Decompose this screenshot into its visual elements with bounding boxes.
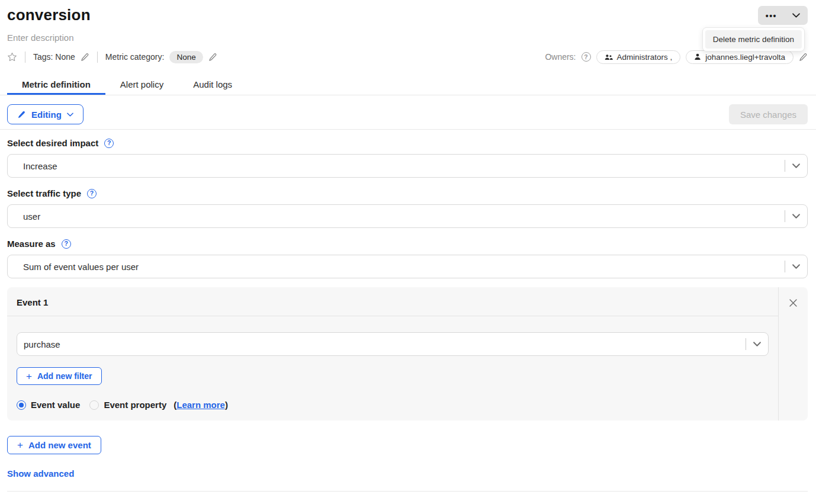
meta-row: Tags: None Metric category: None Owners:… [0,50,816,63]
add-event-label: Add new event [28,440,91,450]
group-icon [605,54,613,60]
learn-more-link[interactable]: Learn more [176,400,225,410]
divider [7,491,808,492]
select-value: Increase [8,161,785,171]
tags-label: Tags: None [33,52,75,62]
chevron-down-icon[interactable] [746,342,768,346]
divider [0,129,816,130]
divider [25,52,25,63]
tab-audit-logs[interactable]: Audit logs [178,76,247,95]
event-property-radio[interactable] [89,400,99,410]
help-icon[interactable]: ? [104,139,114,148]
ellipsis-icon[interactable]: ••• [758,6,785,25]
event-value-radio[interactable] [17,400,26,410]
tab-metric-definition[interactable]: Metric definition [7,76,105,95]
select-value: Sum of event values per user [8,262,785,272]
metric-category-label: Metric category: [105,52,165,62]
more-actions-split-button[interactable]: ••• [758,6,808,25]
tab-bar: Metric definition Alert policy Audit log… [0,76,816,95]
menu-item-delete-metric[interactable]: Delete metric definition [705,30,802,49]
event-property-radio-label[interactable]: Event property [104,400,166,410]
chevron-down-icon [67,113,73,117]
metric-definition-form: Select desired impact ? Increase Select … [0,138,816,492]
field-label-traffic-type: Select traffic type ? [7,188,808,198]
owner-chip-label: Administrators , [617,53,673,62]
help-icon[interactable]: ? [87,189,97,198]
page-title: conversion [7,6,91,24]
plus-icon: + [26,371,32,381]
desired-impact-select[interactable]: Increase [7,154,808,178]
chevron-down-icon[interactable] [785,214,807,219]
event-card-title: Event 1 [7,287,778,316]
context-menu: Delete metric definition [702,27,805,52]
field-label-text: Select traffic type [7,188,81,198]
plus-icon: + [17,440,23,450]
owner-chip-administrators[interactable]: Administrators , [596,50,681,64]
add-new-filter-button[interactable]: + Add new filter [17,367,102,385]
event-card: Event 1 purchase + Add new filter Event … [7,287,808,420]
close-icon[interactable] [787,296,800,309]
traffic-type-select[interactable]: user [7,204,808,228]
person-icon [694,53,701,60]
field-label-text: Select desired impact [7,138,98,148]
chevron-down-icon[interactable] [785,264,807,269]
measure-mode-radio-group: Event value Event property (Learn more) [17,400,769,410]
event-name-select[interactable]: purchase [17,332,769,356]
show-advanced-link[interactable]: Show advanced [7,468,74,479]
field-label-text: Measure as [7,239,56,249]
add-new-event-button[interactable]: + Add new event [7,436,101,454]
edit-toolbar: Editing Save changes [0,104,816,124]
edit-category-pencil-icon[interactable] [208,53,217,62]
editing-mode-button[interactable]: Editing [7,104,83,124]
editing-label: Editing [31,110,62,120]
select-value: purchase [17,339,746,349]
help-icon[interactable]: ? [62,239,71,249]
field-label-measure-as: Measure as ? [7,239,808,249]
event-value-radio-label[interactable]: Event value [31,400,80,410]
paren-close: ) [225,400,228,410]
owner-chip-label: johannes.liegl+travolta [705,53,785,62]
description-placeholder[interactable]: Enter description [0,33,816,43]
page-header: conversion ••• [0,0,816,25]
edit-tags-pencil-icon[interactable] [81,53,89,62]
chevron-down-icon[interactable] [785,163,807,168]
select-value: user [8,211,785,221]
owners-label: Owners: [545,52,576,62]
metric-category-badge[interactable]: None [169,51,203,63]
measure-as-select[interactable]: Sum of event values per user [7,255,808,278]
save-changes-button[interactable]: Save changes [729,104,808,124]
owner-chip-user[interactable]: johannes.liegl+travolta [686,50,793,64]
event-card-side-column [778,287,808,420]
field-label-desired-impact: Select desired impact ? [7,138,808,148]
divider [97,52,98,63]
add-filter-label: Add new filter [37,371,92,381]
star-icon[interactable] [7,52,17,62]
chevron-down-icon[interactable] [785,6,808,25]
owners-help-icon[interactable]: ? [582,52,591,62]
edit-owners-pencil-icon[interactable] [799,53,808,62]
tab-alert-policy[interactable]: Alert policy [105,76,178,95]
pencil-icon [17,110,26,119]
